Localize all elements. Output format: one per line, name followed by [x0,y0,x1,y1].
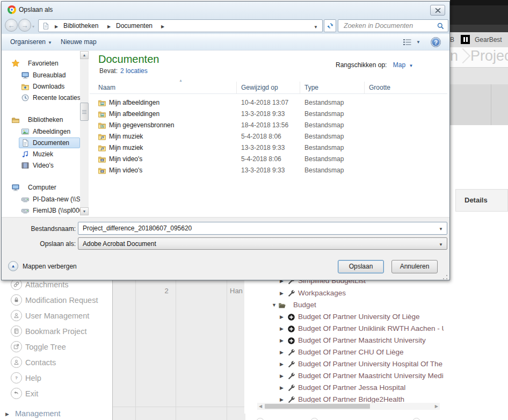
breadcrumb-documenten[interactable]: Documenten [116,22,153,30]
breadcrumb-bibliotheken[interactable]: Bibliotheken [63,22,98,30]
scroll-up-icon[interactable]: ▲ [80,51,89,59]
chevron-down-icon[interactable]: ▼ [409,63,413,68]
dialog-titlebar[interactable]: Opslaan als [2,2,449,18]
file-row[interactable]: Mijn muziek5-4-2018 8:06Bestandsmap [90,131,447,142]
sidebar-scrollbar[interactable]: ▲ ▼ [80,51,89,215]
search-icon[interactable] [437,22,445,30]
scroll-right-icon[interactable]: ▶ [435,404,438,409]
sidebar-item-recente-locaties[interactable]: Recente locaties [2,92,80,103]
resize-grip[interactable] [442,274,448,280]
new-folder-button[interactable]: Nieuwe map [61,38,97,46]
search-input[interactable] [344,21,434,31]
scroll-left-icon[interactable]: ◀ [259,404,262,409]
file-modified: 13-3-2018 9:33 [237,108,300,120]
sidebar-item-contacts[interactable]: Contacts [0,357,113,368]
expand-arrow-icon[interactable]: ▶ [280,291,284,296]
tree-item[interactable]: ▶Workpackages [244,288,444,299]
refresh-button[interactable] [324,19,336,32]
view-list-icon [403,39,411,46]
music-icon [21,150,30,158]
sidebar-group-bibliotheken[interactable]: Bibliotheken [2,114,80,125]
expand-arrow-icon[interactable]: ▶ [280,326,284,331]
expand-arrow-icon[interactable]: ▶ [280,361,284,367]
save-button[interactable]: Opslaan [338,260,384,273]
sidebar-item-bookmark-project[interactable]: Bookmark Project [0,325,113,337]
change-view-button[interactable]: ▼ [403,39,420,46]
back-button[interactable]: ← [5,19,18,32]
column-header-naam[interactable]: Naam [90,82,237,93]
bookmark-gearbest[interactable]: GearBest [475,36,502,44]
column-header-grootte[interactable]: Grootte [365,82,419,93]
file-size [365,165,419,176]
chevron-down-icon[interactable]: ▼ [439,227,443,231]
tree-item[interactable]: ▶Budget Of Partner Maastricht University… [244,371,444,382]
sidebar-item-exit[interactable]: Exit [0,388,113,400]
svg-text:?: ? [15,375,18,380]
sidebar-item-user-management[interactable]: User Management [0,310,113,322]
sidebar-item-documenten[interactable]: Documenten [2,137,80,148]
sidebar-item-modification-request[interactable]: Modification Request [0,294,113,306]
expand-arrow-icon[interactable]: ▶ [280,280,284,284]
sidebar-item-video-s[interactable]: Video's [2,160,80,171]
help-button[interactable]: ? [431,37,441,47]
sidebar-item-management[interactable]: ▶ Management [0,409,113,420]
sidebar-item-downloads[interactable]: Downloads [2,81,80,92]
file-modified: 13-3-2018 9:33 [237,165,300,176]
tree-item[interactable]: ▶Budget Of Partner University Hospital O… [244,359,444,370]
arrange-value-dropdown[interactable]: Map [393,61,405,69]
file-row[interactable]: Mijn muziek13-3-2018 9:33Bestandsmap [90,142,447,154]
organize-menu[interactable]: Organiseren▼ [10,38,52,46]
column-header-gewijzigd[interactable]: Gewijzigd op [237,82,300,93]
sidebar-item-toggle-tree[interactable]: Toggle Tree [0,341,113,353]
expand-arrow-icon[interactable]: ▶ [280,338,284,343]
cancel-button[interactable]: Annuleren [391,260,438,273]
tree-item[interactable]: ▶Budget Of Partner Maastricht University [244,336,444,346]
tree-horizontal-scrollbar[interactable]: ◀ ▶ [257,403,440,410]
address-dropdown-icon[interactable]: ▼ [314,25,318,30]
wrench-icon [287,349,295,357]
expand-arrow-icon[interactable]: ▶ [280,314,284,320]
scrollbar-thumb[interactable] [265,404,370,409]
address-bar[interactable]: ▶ Bibliotheken ▶ Documenten ▶ ▼ [38,19,323,32]
expand-arrow-icon[interactable]: ▶ [280,385,284,390]
file-name: Mijn gegevensbronnen [109,121,174,129]
sidebar-item-bureaublad[interactable]: Bureaublad [2,70,80,81]
tree-item[interactable]: ▶Budget Of Partner Jessa Hospital [244,383,444,394]
tree-item[interactable]: ▶Budget Of Partner CHU Of Liège [244,347,444,358]
close-button[interactable] [430,5,445,16]
collapse-arrow-icon[interactable]: ▼ [272,302,277,308]
details-panel-header[interactable]: Details [455,189,508,212]
hide-folders-button[interactable]: ▲ Mappen verbergen [8,261,77,271]
file-row[interactable]: Mijn video's5-4-2018 8:06Bestandsmap [90,154,447,165]
forward-button[interactable]: → [18,19,31,32]
sidebar-item-help[interactable]: ?Help [0,372,113,384]
file-row[interactable]: Mijn afbeeldingen13-3-2018 9:33Bestandsm… [90,108,447,120]
expand-arrow-icon[interactable]: ▶ [280,350,284,355]
filetype-select[interactable]: Adobe Acrobat Document ▼ [78,237,447,250]
file-row[interactable]: Mijn video's13-3-2018 9:33Bestandsmap [90,165,447,176]
tree-item[interactable]: ▶Budget Of Partner University Of Liège [244,312,444,323]
partial-icon [310,418,318,420]
sidebar-item-fiemijb-spl000[interactable]: FiemIJB (\\spl000 [2,205,80,216]
sidebar-item-muziek[interactable]: Muziek [2,149,80,160]
dialog-title: Opslaan als [19,6,53,13]
tree-item[interactable]: ▶Simplified BudgetList [244,280,444,287]
sidebar-item-attachments[interactable]: Attachments [0,280,113,291]
sidebar-group-computer[interactable]: Computer [2,182,80,193]
sidebar-item-afbeeldingen[interactable]: Afbeeldingen [2,126,80,137]
expand-arrow-icon[interactable]: ▶ [280,373,284,379]
tree-item[interactable]: ▼Budget [244,300,444,311]
file-row[interactable]: Mijn gegevensbronnen18-4-2018 13:56Besta… [90,120,447,131]
tree-item[interactable]: ▶Budget Of Partner Uniklinik RWTH Aachen… [244,324,444,335]
scroll-down-icon[interactable]: ▼ [80,207,89,215]
expand-arrow-icon[interactable]: ▶ [280,397,284,402]
sidebar-group-favorieten[interactable]: Favorieten [2,58,80,69]
file-row[interactable]: Mijn afbeeldingen10-4-2018 13:07Bestands… [90,97,447,108]
column-header-type[interactable]: Type [300,82,365,93]
recent-pages-chevron-icon[interactable]: ▾ [32,24,34,29]
scrollbar-thumb[interactable] [80,103,89,121]
sidebar-item-pi-data-new-s[interactable]: PI-Data-new (\\S [2,194,80,205]
filename-input[interactable] [83,223,432,233]
file-name: Mijn muziek [109,133,143,140]
file-type: Bestandsmap [300,131,365,142]
